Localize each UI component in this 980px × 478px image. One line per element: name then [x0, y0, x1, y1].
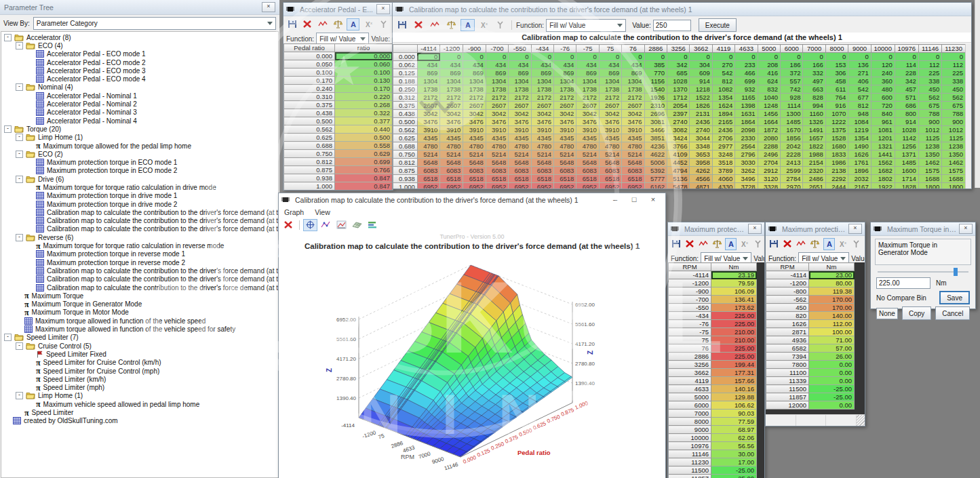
points-button[interactable] — [319, 219, 333, 231]
value-cell[interactable]: 1491 — [803, 126, 825, 134]
value-cell[interactable]: 3042 — [486, 110, 508, 118]
value-cell[interactable]: 1922 — [871, 183, 895, 189]
value-cell[interactable]: 6518 — [599, 175, 621, 183]
value-cell[interactable]: 1304 — [486, 77, 508, 85]
value-cell[interactable]: 1680 — [825, 142, 848, 151]
value-cell[interactable]: 5214 — [463, 151, 486, 159]
value-cell[interactable]: -25.00 — [809, 385, 855, 393]
tree-item[interactable]: πSpeed Limiter — [1, 408, 278, 416]
value-cell[interactable]: 3910 — [509, 126, 531, 134]
value-cell[interactable]: 2172 — [553, 94, 576, 102]
value-cell[interactable]: 5136 — [667, 175, 690, 183]
value-cell[interactable]: 0 — [712, 53, 734, 61]
value-cell[interactable]: 2796 — [735, 151, 758, 159]
value-cell[interactable]: 1664 — [758, 118, 780, 126]
tree-item[interactable]: Calibration map to calculate the contrib… — [1, 275, 278, 283]
value-cell[interactable]: 3042 — [463, 110, 486, 118]
value-cell[interactable]: 1012 — [918, 126, 941, 134]
value-cell[interactable]: 1238 — [942, 142, 966, 151]
row-label-cell[interactable]: 7000 — [669, 410, 711, 418]
value-cell[interactable]: 0.130 — [335, 77, 393, 85]
torque-titlebar[interactable]: Maximum Torque in Ge... × — [871, 222, 975, 236]
value-cell[interactable]: 2172 — [486, 94, 508, 102]
value-cell[interactable]: 1441 — [871, 151, 895, 159]
value-cell[interactable]: 1540 — [644, 85, 667, 94]
value-cell[interactable]: 6518 — [440, 175, 463, 183]
value-cell[interactable]: 1575 — [942, 167, 966, 175]
value-cell[interactable]: 332 — [803, 69, 825, 77]
value-cell[interactable]: 3653 — [690, 151, 712, 159]
value-cell[interactable]: 2912 — [758, 167, 780, 175]
value-cell[interactable]: 210.00 — [711, 328, 757, 336]
value-cell[interactable]: 4345 — [509, 134, 531, 142]
value-cell[interactable]: 1082 — [712, 85, 734, 94]
value-cell[interactable]: 6518 — [463, 175, 486, 183]
value-cell[interactable]: 686 — [895, 102, 918, 110]
value-cell[interactable]: 1800 — [918, 183, 941, 189]
close-icon[interactable]: × — [262, 2, 275, 12]
value-cell[interactable]: 1321 — [871, 142, 895, 151]
value-cell[interactable]: 79.59 — [711, 279, 757, 287]
value-cell[interactable]: 1528 — [825, 134, 848, 142]
cancel-button[interactable]: Cancel — [935, 306, 970, 320]
tree-item[interactable]: Maximum protection torque in reverse mod… — [1, 258, 278, 266]
value-cell[interactable]: 4780 — [531, 142, 553, 151]
value-cell[interactable]: 869 — [576, 69, 599, 77]
value-cell[interactable]: 342 — [895, 77, 918, 85]
tree-item[interactable]: πMaximum Torque in Generator Mode — [1, 300, 278, 308]
delete-button[interactable] — [782, 238, 793, 250]
row-label-cell[interactable]: 0.240 — [284, 85, 335, 93]
row-label-cell[interactable]: -76 — [669, 320, 711, 328]
row-label-cell[interactable]: 0.875 — [393, 167, 418, 175]
collapse-icon[interactable]: - — [16, 342, 23, 350]
scales-button[interactable] — [711, 238, 723, 250]
tree-item[interactable]: Accelerator Pedal - ECO mode 4 — [1, 75, 278, 83]
row-label-cell[interactable]: 0.750 — [393, 151, 418, 159]
value-cell[interactable]: 372 — [781, 69, 803, 77]
row-label-cell[interactable]: 0.688 — [284, 142, 335, 150]
minimize-icon[interactable]: – — [606, 194, 625, 205]
row-label-cell[interactable]: 4633 — [669, 385, 711, 393]
value-cell[interactable]: 1156 — [644, 77, 667, 85]
value-cell[interactable]: 2444 — [825, 183, 848, 189]
value-cell[interactable]: 1738 — [622, 85, 644, 94]
trace-button[interactable] — [698, 238, 709, 250]
row-label-cell[interactable]: -800 — [766, 287, 809, 296]
value-cell[interactable]: 1864 — [735, 118, 758, 126]
value-cell[interactable]: 2784 — [781, 175, 803, 183]
function-select[interactable]: Fill w/ Value — [546, 19, 626, 32]
save-button[interactable] — [286, 18, 299, 31]
value-cell[interactable]: 869 — [440, 69, 463, 77]
value-cell[interactable]: 4566 — [690, 175, 712, 183]
value-cell[interactable]: 1304 — [509, 77, 531, 85]
row-label-cell[interactable]: 1.000 — [284, 182, 335, 191]
execute-button[interactable]: Execute — [699, 18, 737, 32]
value-cell[interactable]: 170.00 — [809, 296, 855, 304]
value-cell[interactable]: 3766 — [667, 142, 690, 151]
value-cell[interactable]: 3348 — [690, 142, 712, 151]
value-cell[interactable]: 140.16 — [711, 385, 757, 393]
value-cell[interactable]: 4622 — [644, 151, 667, 159]
value-cell[interactable]: 1682 — [871, 167, 895, 175]
row-label-cell[interactable]: 11146 — [669, 450, 711, 458]
value-cell[interactable]: 562 — [942, 94, 966, 102]
value-cell[interactable]: 900 — [942, 118, 966, 126]
value-cell[interactable]: 170.00 — [809, 304, 855, 312]
value-input[interactable]: 250 — [653, 20, 691, 31]
row-label-cell[interactable]: -434 — [669, 312, 711, 320]
value-cell[interactable]: 3042 — [622, 110, 644, 118]
tree-item[interactable]: Calibration map to calculate the contrib… — [1, 225, 278, 233]
value-cell[interactable]: 0.000 — [335, 52, 393, 60]
row-label-cell[interactable]: 3662 — [669, 369, 711, 377]
tree-item[interactable]: Accelerator Pedal - ECO mode 3 — [1, 66, 278, 75]
collapse-icon[interactable]: - — [4, 125, 12, 133]
value-cell[interactable]: 1125 — [918, 134, 941, 142]
value-cell[interactable]: 3328 — [758, 183, 780, 189]
value-cell[interactable]: 3910 — [622, 126, 644, 134]
value-cell[interactable]: 5214 — [440, 151, 463, 159]
axis-x-button[interactable]: Xx — [837, 238, 848, 250]
value-cell[interactable]: 4780 — [622, 142, 644, 151]
value-cell[interactable]: 5648 — [576, 159, 599, 167]
value-cell[interactable]: 2970 — [781, 183, 803, 189]
value-cell[interactable]: 114 — [895, 61, 918, 69]
